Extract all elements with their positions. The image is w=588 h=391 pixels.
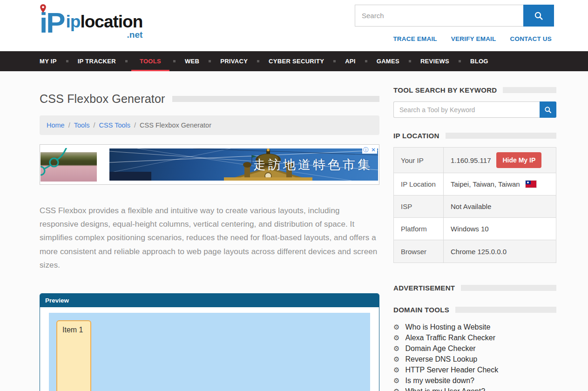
preview-panel: Preview Item 1: [40, 293, 379, 391]
ad-left-lineart: [41, 148, 97, 182]
list-item: ⚙ Is my website down?: [393, 376, 556, 386]
preview-header: Preview: [40, 294, 379, 307]
domain-tool-link-hosting[interactable]: Who is Hosting a Website: [405, 323, 490, 331]
nav-separator: [365, 60, 367, 62]
header-links: TRACE EMAIL VERIFY EMAIL CONTACT US: [393, 35, 552, 42]
row-label: ISP: [394, 196, 444, 217]
table-row-platform: Platform Windows 10: [394, 218, 556, 240]
breadcrumb-separator: /: [94, 121, 95, 129]
domain-tool-link-http-header[interactable]: HTTP Server Header Check: [405, 366, 498, 374]
list-item: ⚙ Who is Hosting a Website: [393, 322, 556, 332]
platform-value: Windows 10: [451, 225, 489, 233]
header-search-input[interactable]: [355, 5, 523, 27]
gear-icon: ⚙: [393, 367, 399, 374]
nav-item-web[interactable]: WEB: [179, 51, 205, 71]
gear-icon: ⚙: [393, 356, 399, 363]
heading-decoration-bar: [503, 87, 556, 93]
heading-decoration-bar: [455, 307, 556, 313]
table-row-isp: ISP Not Available: [394, 196, 556, 218]
breadcrumb-separator: /: [134, 121, 136, 129]
nav-item-my-ip[interactable]: MY IP: [40, 51, 62, 71]
header-search: [355, 5, 554, 27]
row-label: Your IP: [394, 148, 444, 173]
nav-separator: [409, 60, 411, 62]
ad-image-right: 走訪地道特色市集: [109, 148, 378, 181]
breadcrumb: Home/Tools/CSS Tools/CSS Flexbox Generat…: [40, 115, 379, 135]
logo-mark: iP: [40, 7, 64, 39]
intro-paragraph: CSS Flexbox provides a flexible and intu…: [40, 204, 379, 272]
breadcrumb-css-tools-link[interactable]: CSS Tools: [99, 121, 130, 129]
nav-separator: [66, 60, 68, 62]
taiwan-flag-icon: [526, 181, 536, 188]
tool-search: [393, 101, 556, 118]
contact-us-link[interactable]: CONTACT US: [510, 35, 552, 42]
flex-preview-item: Item 1: [56, 320, 91, 391]
ip-location-heading: IP LOCATION: [393, 132, 439, 140]
main-column: CSS Flexbox Generator Home/Tools/CSS Too…: [40, 71, 379, 391]
list-item: ⚙ Alexa Traffic Rank Checker: [393, 333, 556, 343]
breadcrumb-home-link[interactable]: Home: [47, 121, 65, 129]
search-icon: [544, 106, 552, 114]
table-row-browser: Browser Chrome 125.0.0.0: [394, 240, 556, 263]
your-ip-value: 1.160.95.117: [451, 156, 491, 164]
isp-value: Not Available: [451, 202, 491, 210]
nav-separator: [333, 60, 336, 62]
heading-decoration-bar: [446, 133, 556, 139]
logo-word-ip: ip: [66, 12, 81, 31]
domain-tools-list: ⚙ Who is Hosting a Website ⚙ Alexa Traff…: [393, 322, 556, 391]
nav-separator: [173, 60, 176, 62]
ad-close-icon[interactable]: ✕: [370, 146, 377, 154]
list-item: ⚙ What is my User Agent?: [393, 386, 556, 391]
ad-choice-chips: ⓘ ✕: [362, 146, 377, 154]
nav-item-api[interactable]: API: [339, 51, 361, 71]
ad-info-icon[interactable]: ⓘ: [362, 146, 370, 154]
hide-my-ip-button[interactable]: Hide My IP: [496, 152, 541, 168]
title-decoration-bar: [172, 96, 379, 102]
list-item: ⚙ Reverse DNS Lookup: [393, 354, 556, 364]
row-label: Platform: [394, 218, 444, 240]
logo-word-location: location: [80, 12, 142, 31]
list-item: ⚙ Domain Age Checker: [393, 344, 556, 354]
nav-item-ip-tracker[interactable]: IP TRACKER: [72, 51, 122, 71]
tool-search-button[interactable]: [540, 101, 556, 118]
gear-icon: ⚙: [393, 388, 399, 391]
tool-search-input[interactable]: [393, 101, 540, 118]
gear-icon: ⚙: [393, 335, 399, 342]
ad-banner[interactable]: 走訪地道特色市集 ⓘ ✕: [40, 144, 379, 185]
domain-tool-link-domain-age[interactable]: Domain Age Checker: [405, 344, 475, 353]
nav-item-reviews[interactable]: REVIEWS: [415, 51, 455, 71]
preview-body: Item 1: [40, 307, 379, 391]
nav-item-cybersecurity[interactable]: CYBER SECURITY: [263, 51, 330, 71]
page-title: CSS Flexbox Generator: [40, 92, 165, 106]
trace-email-link[interactable]: TRACE EMAIL: [393, 35, 437, 42]
nav-item-blog[interactable]: BLOG: [465, 51, 494, 71]
domain-tool-link-user-agent[interactable]: What is my User Agent?: [405, 387, 485, 391]
search-icon: [534, 11, 543, 20]
nav-item-tools[interactable]: TOOLS: [131, 51, 169, 71]
site-logo[interactable]: iP iplocation .net: [40, 7, 142, 39]
ad-caption: 走訪地道特色市集: [253, 156, 372, 173]
domain-tool-link-alexa-rank[interactable]: Alexa Traffic Rank Checker: [405, 334, 495, 342]
tool-search-heading: TOOL SEARCH BY KEYWORD: [393, 86, 497, 94]
breadcrumb-tools-link[interactable]: Tools: [74, 121, 90, 129]
table-row-ip-location: IP Location Taipei, Taiwan, Taiwan: [394, 173, 556, 196]
gear-icon: ⚙: [393, 345, 399, 352]
browser-value: Chrome 125.0.0.0: [451, 248, 507, 256]
gear-icon: ⚙: [393, 378, 399, 384]
nav-separator: [209, 60, 211, 62]
flex-preview-container: Item 1: [49, 313, 370, 391]
logo-wordmark: iplocation .net: [66, 13, 143, 39]
ip-location-value: Taipei, Taiwan, Taiwan: [451, 180, 520, 188]
header-search-button[interactable]: [523, 5, 554, 27]
row-label: Browser: [394, 240, 444, 263]
main-nav: MY IP IP TRACKER TOOLS WEB PRIVACY CYBER…: [0, 51, 588, 71]
logo-tld: .net: [127, 31, 143, 39]
domain-tool-link-reverse-dns[interactable]: Reverse DNS Lookup: [405, 355, 477, 364]
table-row-your-ip: Your IP 1.160.95.117 Hide My IP: [394, 148, 556, 173]
sidebar: TOOL SEARCH BY KEYWORD IP LOCATION Your …: [393, 71, 556, 391]
nav-separator: [257, 60, 259, 62]
nav-item-games[interactable]: GAMES: [371, 51, 405, 71]
verify-email-link[interactable]: VERIFY EMAIL: [451, 35, 496, 42]
domain-tool-link-website-down[interactable]: Is my website down?: [405, 377, 474, 385]
nav-item-privacy[interactable]: PRIVACY: [215, 51, 253, 71]
